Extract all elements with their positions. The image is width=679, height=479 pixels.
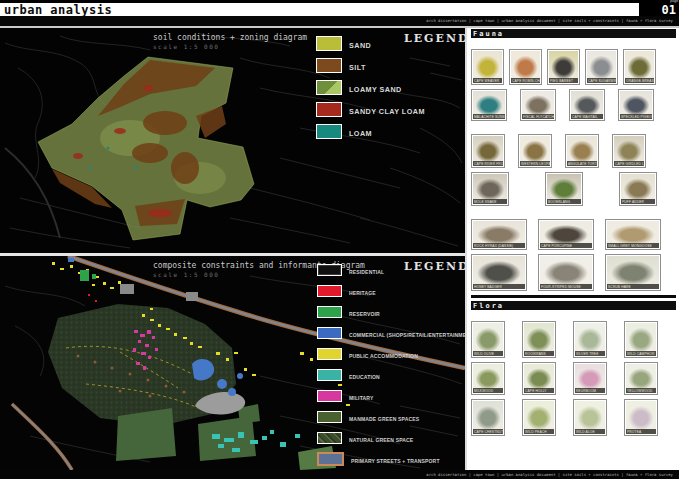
- fauna-thumbnail: FISCAL FLYCATCHER: [520, 89, 556, 121]
- page-number-box: page 01: [639, 0, 679, 16]
- flora-thumbnail-caption: PROTEA: [626, 429, 656, 434]
- composite-legend-swatch: [317, 452, 344, 466]
- fauna-thumbnail-caption: CAPE GIRDLED LIZARD: [614, 161, 644, 166]
- species-panel: Fauna BirdsCAPE WEAVERCAPE ROBIN-CHATPIE…: [465, 28, 679, 470]
- soil-legend-label: LOAM: [349, 122, 375, 140]
- flora-groups: TreesWILD OLIVEROOIKRANSSILVER TREEWILD …: [471, 312, 676, 436]
- composite-map: composite constraints and informants dia…: [0, 256, 465, 470]
- fauna-groups: BirdsCAPE WEAVERCAPE ROBIN-CHATPIED BARB…: [471, 40, 676, 291]
- fauna-thumbnail: CAPE SUGARBIRD: [585, 49, 618, 85]
- page-title: urban analysis: [0, 3, 112, 17]
- flora-thumbnail: SILVER TREE: [573, 321, 607, 358]
- header-credits: arch dissertation | cape town | urban an…: [426, 19, 679, 24]
- flora-trees-row: WILD OLIVEROOIKRANSSILVER TREEWILD CAMPH…: [471, 321, 676, 358]
- flora-title: Flora: [471, 302, 504, 310]
- composite-legend-label: HERITAGE: [349, 282, 386, 300]
- flora-thumbnail-caption: KEURBOOM: [575, 388, 605, 393]
- fauna-mammals-row: HONEY BADGERFOUR-STRIPED MOUSESCRUB HARE: [471, 254, 676, 291]
- fauna-thumbnail: CAPE WEAVER: [471, 49, 504, 85]
- composite-legend-swatch: [317, 285, 342, 297]
- flora-thumbnail-caption: MILKWOOD: [473, 388, 503, 393]
- fauna-thumbnail-caption: ANGULATE TORTOISE: [567, 161, 597, 166]
- fauna-birds-row: CAPE WEAVERCAPE ROBIN-CHATPIED BARBETCAP…: [471, 49, 676, 85]
- fauna-header: Fauna: [471, 29, 676, 38]
- soil-legend-item: SILT: [316, 56, 433, 74]
- fauna-thumbnail-caption: WESTERN LEOPARD TOAD: [520, 161, 550, 166]
- flora-group-label-trees: Trees: [471, 312, 676, 319]
- fauna-thumbnail-caption: MALACHITE SUNBIRD: [473, 114, 505, 119]
- fauna-thumbnail-caption: CAPE RIVER FROG: [473, 161, 503, 166]
- flora-thumbnail: ROOIKRANS: [522, 321, 556, 358]
- fauna-amphibians-row: MOLE SNAKEBOOMSLANGPUFF ADDER: [471, 172, 676, 206]
- footer-credits: arch dissertation | cape town | urban an…: [426, 472, 679, 477]
- soil-legend-item: LOAMY SAND: [316, 78, 433, 96]
- footer-bar: arch dissertation | cape town | urban an…: [0, 470, 679, 479]
- fauna-thumbnail-caption: SMALL GREY MONGOOSE: [607, 243, 659, 248]
- composite-legend-swatch: [317, 390, 342, 402]
- soil-legend-label: SILT: [349, 56, 368, 74]
- flora-thumbnail-caption: WILD CAMPHOR: [626, 351, 656, 356]
- flora-trees-row: MILKWOODCAPE HOLLYKEURBOOMYELLOWWOOD: [471, 362, 676, 395]
- flora-thumbnail-caption: SILVER TREE: [575, 351, 605, 356]
- soil-legend-label: LOAMY SAND: [349, 78, 408, 96]
- section-divider: [471, 295, 676, 298]
- flora-thumbnail: WILD PEACH: [522, 399, 556, 436]
- fauna-thumbnail: SMALL GREY MONGOOSE: [605, 219, 661, 250]
- composite-legend-label: NATURAL GREEN SPACE: [349, 429, 438, 447]
- fauna-thumbnail: CAPE ROBIN-CHAT: [509, 49, 542, 85]
- soil-legend-swatch: [316, 102, 342, 117]
- soil-map: soil conditions + zoning diagram scale 1…: [0, 28, 465, 253]
- fauna-thumbnail: MOLE SNAKE: [471, 172, 509, 206]
- fauna-thumbnail-caption: FISCAL FLYCATCHER: [522, 114, 554, 119]
- composite-legend-swatch: [317, 264, 342, 276]
- fauna-thumbnail: CAPE WAGTAIL: [569, 89, 605, 121]
- flora-thumbnail-caption: WILD PEACH: [524, 429, 554, 434]
- fauna-thumbnail-caption: CAPE PORCUPINE: [540, 243, 592, 248]
- flora-header: Flora: [471, 301, 676, 310]
- soil-legend-swatch: [316, 58, 342, 73]
- composite-legend-label: MANMADE GREEN SPACES: [349, 408, 447, 426]
- flora-thumbnail-caption: WILD OLIVE: [473, 351, 503, 356]
- fauna-thumbnail-caption: ROCK HYRAX (DASSIE): [473, 243, 525, 248]
- flora-thumbnail: WILD ALOE: [573, 399, 607, 436]
- composite-legend-swatch: [317, 411, 342, 423]
- soil-map-title: soil conditions + zoning diagram: [153, 33, 307, 42]
- fauna-thumbnail-caption: PUFF ADDER: [621, 199, 655, 204]
- soil-legend-item: SANDY CLAY LOAM: [316, 100, 433, 118]
- flora-thumbnail-caption: CAPE CHESTNUT: [473, 429, 503, 434]
- flora-thumbnail: WILD OLIVE: [471, 321, 505, 358]
- fauna-thumbnail: HONEY BADGER: [471, 254, 527, 291]
- flora-thumbnail: WILD CAMPHOR: [624, 321, 658, 358]
- fauna-title: Fauna: [471, 30, 504, 38]
- flora-thumbnail-caption: ROOIKRANS: [524, 351, 554, 356]
- header-strip: arch dissertation | cape town | urban an…: [0, 16, 679, 26]
- fauna-thumbnail-caption: ORANGE-BREASTED SUNBIRD: [625, 78, 654, 83]
- fauna-thumbnail-caption: MOLE SNAKE: [473, 199, 507, 204]
- page-label: page: [670, 0, 679, 3]
- fauna-thumbnail: ROCK HYRAX (DASSIE): [471, 219, 527, 250]
- flora-thumbnail: MILKWOOD: [471, 362, 505, 395]
- fauna-thumbnail: BOOMSLANG: [545, 172, 583, 206]
- composite-legend-label: RESIDENTIAL: [349, 261, 398, 279]
- fauna-thumbnail: MALACHITE SUNBIRD: [471, 89, 507, 121]
- composite-legend-swatch: [317, 369, 342, 381]
- header-title-band: urban analysis: [0, 3, 639, 16]
- fauna-thumbnail: WESTERN LEOPARD TOAD: [518, 134, 552, 168]
- fauna-thumbnail-caption: FOUR-STRIPED MOUSE: [540, 284, 592, 289]
- fauna-mammals-row: ROCK HYRAX (DASSIE)CAPE PORCUPINESMALL G…: [471, 219, 676, 250]
- fauna-thumbnail: PIED BARBET: [547, 49, 580, 85]
- composite-legend-swatch: [317, 432, 342, 444]
- composite-legend-label: EDUCATION: [349, 366, 392, 384]
- flora-thumbnail-caption: WILD ALOE: [575, 429, 605, 434]
- composite-legend-label: PUBLIC ACCOMMODATION: [349, 345, 445, 363]
- fauna-thumbnail: CAPE GIRDLED LIZARD: [612, 134, 646, 168]
- fauna-thumbnail-caption: HONEY BADGER: [473, 284, 525, 289]
- composite-legend-label: RESERVOIR: [349, 303, 392, 321]
- fauna-thumbnail: PUFF ADDER: [619, 172, 657, 206]
- fauna-thumbnail: CAPE RIVER FROG: [471, 134, 505, 168]
- composite-legend-swatch: [317, 306, 342, 318]
- soil-legend-label: SAND: [349, 34, 374, 52]
- flora-thumbnail: CAPE HOLLY: [522, 362, 556, 395]
- composite-legend-label: MILITARY: [349, 387, 383, 405]
- fauna-thumbnail-caption: SCRUB HARE: [607, 284, 659, 289]
